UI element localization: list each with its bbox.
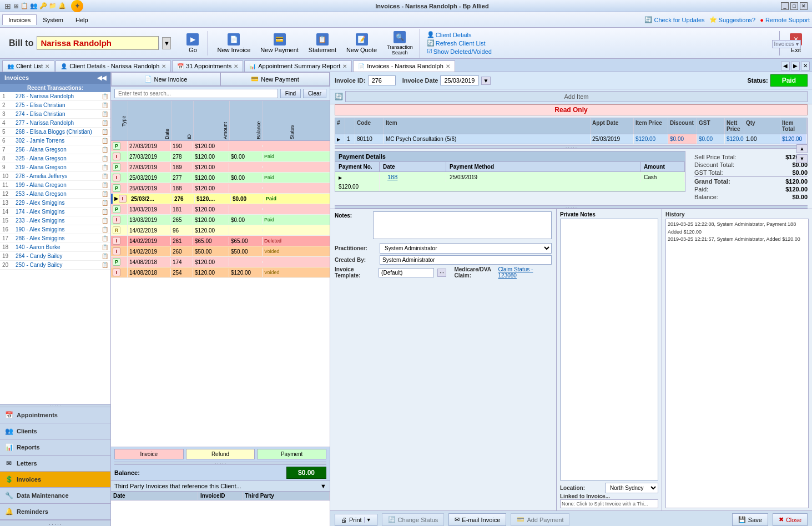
sidebar-item[interactable]: 6302 - Jamie Torrens📋 xyxy=(0,136,110,145)
bill-to-input[interactable] xyxy=(37,36,159,50)
check-updates-button[interactable]: 🔄 Check for Updates xyxy=(644,16,704,23)
inv-row[interactable]: P 13/03/2019 181 $120.00 xyxy=(111,204,330,215)
inv-row[interactable]: I 13/03/2019 265 $120.00 $0.00 Paid xyxy=(111,215,330,225)
scroll-down-button[interactable]: ▼ xyxy=(796,154,808,163)
created-by-input[interactable] xyxy=(380,255,552,265)
payment-link[interactable]: 188 xyxy=(387,174,397,180)
sidebar-nav-appointments[interactable]: 📅 Appointments xyxy=(0,407,110,423)
inv-row[interactable]: I 14/02/2019 260 $50.00 $50.00 Voided xyxy=(111,246,330,257)
inv-search-input[interactable] xyxy=(114,89,278,98)
template-input[interactable] xyxy=(379,268,434,277)
sidebar-item[interactable]: 4277 - Narissa Randolph📋 xyxy=(0,119,110,128)
email-invoice-button[interactable]: ✉ E-mail Invoice xyxy=(448,513,506,526)
tab-client-details-close[interactable]: ✕ xyxy=(162,63,166,69)
tab-appointments[interactable]: 📅 31 Appointments ✕ xyxy=(172,60,243,72)
close-button[interactable]: ✖ Close xyxy=(773,513,808,526)
inv-row-selected[interactable]: ▶I 25/03/2... 276 $120.... $0.00 Paid xyxy=(111,194,330,204)
refresh-client-list-link[interactable]: 🔄 Refresh Client List xyxy=(427,39,492,47)
sidebar-nav-reports[interactable]: 📊 Reports xyxy=(0,439,110,456)
inv-row[interactable]: P 27/03/2019 190 $120.00 xyxy=(111,141,330,151)
print-button[interactable]: 🖨 Print ▼ xyxy=(335,514,377,526)
tab-client-details[interactable]: 👤 Client Details - Narissa Randolph ✕ xyxy=(56,60,171,72)
sidebar-item[interactable]: 10278 - Amelia Jefferys📋 xyxy=(0,172,110,181)
sidebar-item[interactable]: 5268 - Elisa.a Bloggs (Christian)📋 xyxy=(0,128,110,136)
inv-row[interactable]: I 27/03/2019 278 $120.00 $0.00 Paid xyxy=(111,151,330,162)
tab-close-all-button[interactable]: ✕ xyxy=(801,62,810,70)
sidebar-item[interactable]: 9319 - Alana Gregson📋 xyxy=(0,163,110,172)
sidebar-item[interactable]: 2275 - Elisa Christian📋 xyxy=(0,101,110,110)
inv-row[interactable]: R 14/02/2019 96 $120.00 xyxy=(111,225,330,236)
sidebar-item[interactable]: 20250 - Candy Bailey📋 xyxy=(0,261,110,270)
sidebar-item[interactable]: 7256 - Alana Gregson📋 xyxy=(0,145,110,154)
sidebar-item[interactable]: 8325 - Alana Gregson📋 xyxy=(0,154,110,163)
inv-find-button[interactable]: Find xyxy=(280,89,301,98)
menu-tab-system[interactable]: System xyxy=(37,14,69,26)
sidebar-item[interactable]: 3274 - Elisa Christian📋 xyxy=(0,110,110,119)
sidebar-item[interactable]: 18140 - Aaron Burke📋 xyxy=(0,243,110,252)
new-invoice-button[interactable]: 📄 New Invoice xyxy=(214,31,254,55)
inv-row[interactable]: P 27/03/2019 189 $120.00 xyxy=(111,162,330,173)
sidebar-nav-letters[interactable]: ✉ Letters xyxy=(0,456,110,472)
detail-resize-handle[interactable]: · · · · · xyxy=(335,145,808,149)
tab-appointments-close[interactable]: ✕ xyxy=(234,63,238,69)
inv-row[interactable]: P 25/03/2019 188 $120.00 xyxy=(111,183,330,194)
bill-to-dropdown[interactable]: ▼ xyxy=(162,37,171,49)
maximize-button[interactable]: □ xyxy=(790,2,798,10)
sidebar-item[interactable]: 19264 - Candy Bailey📋 xyxy=(0,252,110,261)
sidebar-nav-data-maintenance[interactable]: 🔧 Data Maintenance xyxy=(0,488,110,504)
new-payment-button[interactable]: 💳 New Payment xyxy=(257,31,301,55)
inv-row[interactable]: I 14/08/2018 254 $120.00 $120.00 Voided xyxy=(111,267,330,278)
new-quote-button[interactable]: 📝 New Quote xyxy=(343,31,380,55)
template-dots[interactable]: ··· xyxy=(437,269,446,277)
change-status-button[interactable]: 🔄 Change Status xyxy=(382,513,445,526)
tab-invoices-close[interactable]: ✕ xyxy=(446,63,450,69)
go-button[interactable]: ▶ Go xyxy=(181,31,204,55)
save-button[interactable]: 💾 Save xyxy=(732,513,768,526)
add-item-button[interactable]: Add Item xyxy=(345,91,808,102)
minimize-button[interactable]: _ xyxy=(781,2,789,10)
client-details-link[interactable]: 👤 Client Details xyxy=(427,31,492,38)
add-payment-button[interactable]: 💳 Add Payment xyxy=(511,513,569,526)
tab-client-list-close[interactable]: ✕ xyxy=(45,63,49,69)
inv-clear-button[interactable]: Clear xyxy=(303,89,326,98)
notes-textarea[interactable] xyxy=(373,211,552,239)
inv-list-new-payment-button[interactable]: 💳 New Payment xyxy=(220,72,330,86)
inv-items-row[interactable]: ▶ 1 80110 MC Psych Consultation (5/6) 25… xyxy=(335,134,807,144)
sidebar-nav-reminders[interactable]: 🔔 Reminders xyxy=(0,504,110,520)
inv-row[interactable]: I 25/03/2019 277 $120.00 $0.00 Paid xyxy=(111,173,330,183)
sidebar-item[interactable]: 14174 - Alex Smiggins📋 xyxy=(0,208,110,216)
medicare-link[interactable]: Claim Status - 123080 xyxy=(498,266,552,279)
date-dropdown-icon[interactable]: ▼ xyxy=(481,77,491,85)
menu-tab-invoices[interactable]: Invoices xyxy=(2,14,37,25)
sidebar-item[interactable]: 16190 - Alex Smiggins📋 xyxy=(0,225,110,234)
tab-appt-summary[interactable]: 📊 Appointment Summary Report ✕ xyxy=(244,60,352,72)
sidebar-item[interactable]: 15233 - Alex Smiggins📋 xyxy=(0,216,110,225)
statement-button[interactable]: 📋 Statement xyxy=(305,31,340,55)
scroll-up-button[interactable]: ▲ xyxy=(796,144,808,153)
tab-client-list[interactable]: 👥 Client List ✕ xyxy=(2,60,54,72)
sidebar-collapse-button[interactable]: ◀◀ xyxy=(97,74,106,82)
tab-appt-summary-close[interactable]: ✕ xyxy=(342,63,347,69)
inv-row[interactable]: P 14/08/2018 174 $120.00 xyxy=(111,257,330,267)
tab-prev-button[interactable]: ◀ xyxy=(781,62,790,70)
third-party-header[interactable]: Third Party Invoices that reference this… xyxy=(111,481,330,492)
remote-support-button[interactable]: ● Remote Support xyxy=(760,17,810,23)
show-deleted-link[interactable]: ☑ Show Deleted/Voided xyxy=(427,48,492,55)
sidebar-item[interactable]: 1276 - Narissa Randolph📋 xyxy=(0,92,110,101)
payment-row[interactable]: ▶ 188 25/03/2019 Cash $120.00 xyxy=(335,172,685,191)
sidebar-item[interactable]: 13229 - Alex Smiggins📋 xyxy=(0,199,110,208)
inv-row[interactable]: I 14/02/2019 261 $65.00 $65.00 Deleted xyxy=(111,236,330,246)
sidebar-nav-invoices[interactable]: 💲 Invoices xyxy=(0,472,110,488)
sidebar-item[interactable]: 12253 - Alana Gregson📋 xyxy=(0,190,110,199)
practitioner-select[interactable]: System Administrator xyxy=(380,243,552,254)
resize-handle[interactable]: · · · · · xyxy=(114,462,326,465)
linked-value[interactable]: None: Click to Split Invoice with a Thi.… xyxy=(560,499,658,508)
close-button[interactable]: ✕ xyxy=(800,2,808,10)
suggestions-button[interactable]: ⭐ Suggestions? xyxy=(709,16,756,23)
transaction-search-button[interactable]: 🔍 TransactionSearch xyxy=(384,29,416,58)
location-select[interactable]: North Sydney xyxy=(605,483,658,493)
inv-list-new-invoice-button[interactable]: 📄 New Invoice xyxy=(111,72,220,86)
sidebar-nav-clients[interactable]: 👥 Clients xyxy=(0,423,110,439)
tab-invoices-narissa[interactable]: 📄 Invoices - Narissa Randolph ✕ xyxy=(353,60,455,72)
print-dropdown-arrow[interactable]: ▼ xyxy=(364,517,371,523)
